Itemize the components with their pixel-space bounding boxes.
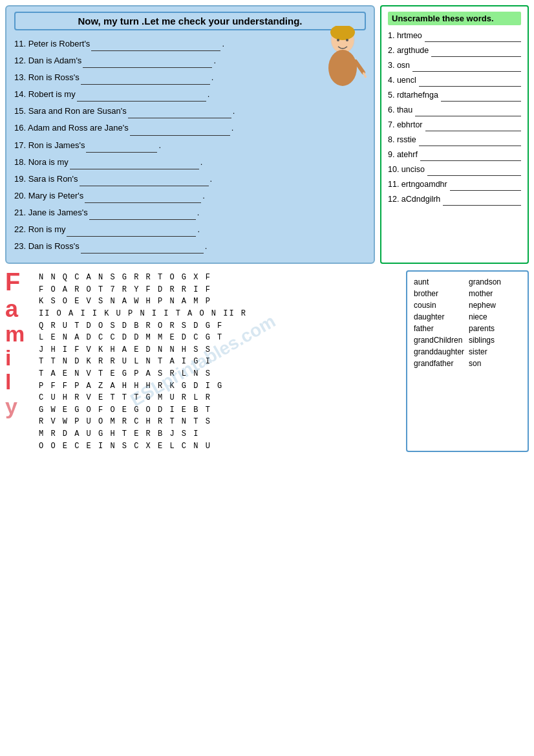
word-grandchildren: grandChildren (414, 335, 466, 345)
unscramble-item-4: 4. uencl (388, 74, 521, 87)
word-grandson: grandson (469, 277, 521, 287)
unscramble-item-5: 5. rdtarhefnga (388, 89, 521, 102)
family-vertical-title: F a m i l y (5, 269, 25, 418)
fill-item-17: 17. Ron is James's. (14, 138, 366, 153)
word-cousin: cousin (414, 300, 466, 310)
bottom-section: F a m i l y N N Q C A N S G R R T O G X … (0, 266, 534, 457)
fill-item-19: 19. Sara is Ron's. (14, 172, 366, 186)
word-brother: brother (414, 288, 466, 299)
unscramble-item-8: 8. rsstie (388, 133, 521, 146)
unscramble-item-7: 7. ebhrtоr (388, 118, 521, 131)
fill-item-12: 12. Dan is Adam's. (14, 54, 366, 68)
unscramble-panel: Unscramble these words. 1. hrtmeo 2. arg… (380, 5, 529, 264)
fill-item-21: 21. Jane is James's. (14, 206, 366, 220)
svg-point-4 (346, 39, 348, 41)
fill-item-14: 14. Robert is my. (14, 87, 366, 102)
word-aunt: aunt (414, 277, 466, 287)
word-search-grid: N N Q C A N S G R R T O G X F F O A R O … (39, 272, 401, 452)
unscramble-item-9: 9. atehrf (388, 148, 521, 161)
word-grandfather: grandfather (414, 358, 466, 369)
svg-point-2 (328, 50, 357, 86)
unscramble-item-10: 10. unciso (388, 163, 521, 176)
unscramble-item-1: 1. hrtmeo (388, 29, 521, 42)
word-mother: mother (469, 288, 521, 299)
unscramble-list: 1. hrtmeo 2. argthude 3. osn 4. uencl 5.… (388, 29, 521, 206)
fill-item-23: 23. Dan is Ross's. (14, 239, 366, 254)
unscramble-item-6: 6. thau (388, 103, 521, 116)
word-father: father (414, 323, 466, 334)
top-section: Now, my turn .Let me check your understa… (0, 0, 534, 266)
word-sister: sister (469, 347, 521, 357)
unscramble-item-11: 11. ertngoamdhr (388, 178, 521, 191)
word-daughter: daughter (414, 312, 466, 322)
fill-item-18: 18. Nora is my. (14, 155, 366, 169)
unscramble-item-2: 2. argthude (388, 44, 521, 57)
unscramble-title: Unscramble these words. (388, 12, 521, 25)
fill-item-16: 16. Adam and Ross are Jane's. (14, 121, 366, 135)
unscramble-item-3: 3. osn (388, 59, 521, 72)
character-illustration (317, 26, 368, 91)
word-grid: N N Q C A N S G R R T O G X F F O A R O … (39, 272, 401, 452)
word-granddaughter: granddaughter (414, 347, 466, 357)
word-niece: niece (469, 312, 521, 322)
fill-blanks-list: 11. Peter is Robert's. 12. Dan is Adam's… (14, 37, 366, 254)
fill-item-15: 15. Sara and Ron are Susan's. (14, 104, 366, 118)
word-son: son (469, 358, 521, 369)
wordsearch-container: F a m i l y N N Q C A N S G R R T O G X … (5, 269, 401, 452)
unscramble-item-12: 12. aCdndgilrh (388, 193, 521, 206)
word-nephew: nephew (469, 300, 521, 310)
header-title: Now, my turn .Let me check your understa… (14, 12, 366, 30)
left-panel: Now, my turn .Let me check your understa… (5, 5, 375, 264)
fill-item-11: 11. Peter is Robert's. (14, 37, 366, 51)
word-parents: parents (469, 323, 521, 334)
fill-item-22: 22. Ron is my. (14, 222, 366, 237)
svg-line-6 (363, 72, 366, 78)
fill-item-20: 20. Mary is Peter's. (14, 189, 366, 203)
word-siblings: siblings (469, 335, 521, 345)
svg-point-3 (337, 39, 339, 41)
fill-item-13: 13. Ron is Ross's. (14, 70, 366, 85)
word-list-grid: aunt grandson brother mother cousin neph… (414, 277, 521, 369)
word-list-panel: aunt grandson brother mother cousin neph… (406, 270, 529, 452)
